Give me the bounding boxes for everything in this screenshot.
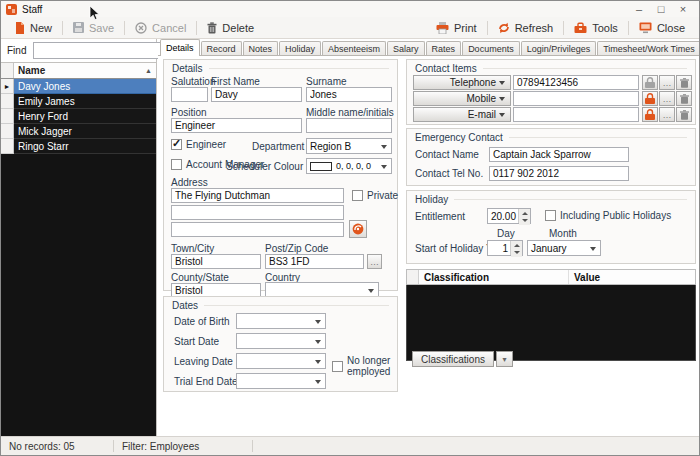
list-item[interactable]: Mick Jagger bbox=[1, 124, 156, 139]
save-icon bbox=[73, 22, 84, 33]
tab-notes[interactable]: Notes bbox=[243, 41, 279, 56]
tab-absenteeism[interactable]: Absenteeism bbox=[322, 41, 386, 56]
print-button[interactable]: Print bbox=[430, 20, 483, 36]
middle-name-field[interactable] bbox=[306, 118, 392, 133]
tab-login-privileges[interactable]: Login/Privileges bbox=[521, 41, 597, 56]
minimize-button[interactable]: – bbox=[628, 2, 650, 16]
contact-value-field[interactable] bbox=[513, 75, 639, 90]
list-item[interactable]: Emily James bbox=[1, 94, 156, 109]
address-line3-field[interactable] bbox=[171, 222, 344, 237]
find-input[interactable] bbox=[33, 42, 173, 59]
trash-icon bbox=[680, 110, 689, 120]
contact-delete-button[interactable] bbox=[676, 91, 692, 106]
cancel-button[interactable]: Cancel bbox=[129, 20, 192, 36]
lock-button[interactable] bbox=[642, 107, 658, 122]
address-line1-field[interactable] bbox=[171, 188, 344, 203]
staff-list: Name ▲ ► Davy Jones Emily James Henry Fo… bbox=[1, 62, 156, 436]
tab-timesheet-work-times[interactable]: Timesheet/Work Times bbox=[597, 41, 700, 56]
trial-end-date-dropdown[interactable] bbox=[236, 373, 326, 389]
tools-button[interactable]: Tools bbox=[568, 20, 624, 36]
contact-name-field[interactable] bbox=[489, 147, 629, 162]
list-item[interactable]: Ringo Starr bbox=[1, 139, 156, 154]
classifications-button[interactable]: Classifications bbox=[412, 351, 494, 367]
window-close-button[interactable]: × bbox=[672, 2, 694, 16]
holiday-start-day-stepper[interactable]: 1 bbox=[487, 240, 523, 256]
position-label: Position bbox=[171, 107, 207, 118]
including-public-holidays-checkbox[interactable]: Including Public Holidays bbox=[545, 210, 671, 221]
dates-group-title: Dates bbox=[172, 300, 198, 311]
contact-more-button[interactable]: … bbox=[659, 91, 675, 106]
town-city-field[interactable] bbox=[171, 254, 261, 269]
stepper-arrows[interactable] bbox=[518, 209, 530, 223]
contact-delete-button[interactable] bbox=[676, 107, 692, 122]
delete-button[interactable]: Delete bbox=[201, 20, 260, 36]
staff-list-header[interactable]: Name ▲ bbox=[1, 63, 156, 79]
town-city-label: Town/City bbox=[171, 243, 214, 254]
record-count: No records: 05 bbox=[1, 441, 113, 452]
tab-salary[interactable]: Salary bbox=[387, 41, 425, 56]
tab-details[interactable]: Details bbox=[160, 39, 200, 56]
private-checkbox[interactable]: Private bbox=[352, 190, 398, 201]
contact-value-field[interactable] bbox=[513, 91, 639, 106]
contact-more-button[interactable]: … bbox=[659, 107, 675, 122]
date-of-birth-label: Date of Birth bbox=[174, 316, 230, 327]
stepper-arrows[interactable] bbox=[510, 241, 522, 255]
contact-type-dropdown[interactable]: Mobile bbox=[413, 91, 511, 106]
classification-grid-body[interactable] bbox=[406, 285, 696, 361]
address-line2-field[interactable] bbox=[171, 205, 344, 220]
no-longer-employed-checkbox[interactable]: No longer employed bbox=[332, 355, 397, 377]
locate-icon bbox=[352, 223, 364, 235]
classification-column-header[interactable]: Classification bbox=[419, 270, 569, 284]
tab-record[interactable]: Record bbox=[201, 41, 242, 56]
scheduler-colour-dropdown[interactable]: 0, 0, 0, 0 bbox=[306, 158, 392, 174]
current-row-marker: ► bbox=[1, 79, 14, 94]
details-group: Details Salutation First Name Surname Po… bbox=[163, 59, 398, 291]
maximize-button[interactable]: □ bbox=[650, 2, 672, 16]
toolbar-separator bbox=[124, 21, 125, 35]
engineer-checkbox[interactable]: Engineer bbox=[171, 139, 226, 150]
date-of-birth-dropdown[interactable] bbox=[236, 313, 326, 329]
toolbar-separator bbox=[563, 21, 564, 35]
salutation-field[interactable] bbox=[171, 87, 208, 102]
locate-on-map-button[interactable] bbox=[349, 220, 367, 238]
contact-tel-field[interactable] bbox=[489, 166, 629, 181]
toolbar-separator bbox=[62, 21, 63, 35]
holiday-start-month-dropdown[interactable]: January bbox=[527, 240, 601, 256]
tab-documents[interactable]: Documents bbox=[462, 41, 520, 56]
details-group-title: Details bbox=[172, 63, 203, 74]
surname-field[interactable] bbox=[306, 87, 392, 102]
tab-holiday[interactable]: Holiday bbox=[279, 41, 321, 56]
sort-ascending-icon[interactable]: ▲ bbox=[145, 67, 152, 74]
contact-type-dropdown[interactable]: Telephone bbox=[413, 75, 511, 90]
entitlement-stepper[interactable]: 20.00 bbox=[487, 208, 531, 224]
contact-more-button[interactable]: … bbox=[659, 75, 675, 90]
first-name-field[interactable] bbox=[211, 87, 302, 102]
chevron-down-icon: ▾ bbox=[502, 355, 506, 364]
classifications-dropdown-button[interactable]: ▾ bbox=[496, 351, 513, 367]
list-item[interactable]: Henry Ford bbox=[1, 109, 156, 124]
dates-group: Dates Date of Birth Start Date Leaving D… bbox=[163, 296, 398, 392]
new-button[interactable]: New bbox=[9, 20, 58, 36]
contact-value-field[interactable] bbox=[513, 107, 639, 122]
value-column-header[interactable]: Value bbox=[569, 270, 695, 284]
row-selector-column bbox=[407, 270, 419, 284]
save-button[interactable]: Save bbox=[67, 20, 120, 36]
list-item[interactable]: ► Davy Jones bbox=[1, 79, 156, 94]
department-label: Department bbox=[252, 141, 304, 152]
department-dropdown[interactable]: Region B bbox=[306, 138, 392, 154]
contact-type-dropdown[interactable]: E-mail bbox=[413, 107, 511, 122]
refresh-button[interactable]: Refresh bbox=[492, 20, 560, 36]
lock-button[interactable] bbox=[642, 91, 658, 106]
close-button[interactable]: Close bbox=[633, 20, 691, 36]
postcode-lookup-button[interactable]: … bbox=[367, 254, 382, 269]
lock-button[interactable] bbox=[642, 75, 658, 90]
month-label: Month bbox=[549, 228, 577, 239]
post-zip-field[interactable] bbox=[265, 254, 364, 269]
close-monitor-icon bbox=[639, 22, 652, 34]
position-field[interactable] bbox=[171, 118, 302, 133]
contact-delete-button[interactable] bbox=[676, 75, 692, 90]
tab-rates[interactable]: Rates bbox=[426, 41, 462, 56]
classification-grid-header[interactable]: Classification Value bbox=[406, 269, 696, 285]
start-date-dropdown[interactable] bbox=[236, 333, 326, 349]
leaving-date-dropdown[interactable] bbox=[236, 353, 326, 369]
